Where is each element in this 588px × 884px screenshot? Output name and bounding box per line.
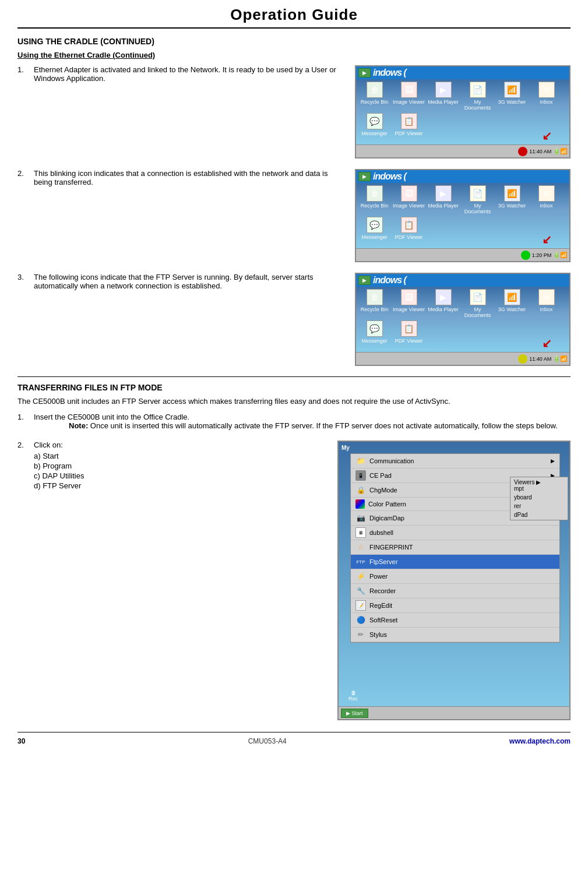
time-2: 1:20 PM (532, 252, 552, 258)
menu-start-btn[interactable]: ▶ Start (341, 709, 368, 718)
step3-text-col: 3. The following icons indicate that the… (17, 273, 343, 294)
icon-mydocs-2: 📄 My Documents (462, 185, 494, 214)
icon-recorder: 🔧 (355, 586, 366, 596)
menu-dubshell-label: dubshell (369, 529, 393, 536)
footer-page-num: 30 (17, 737, 25, 745)
icon-ftpserver: FTP (355, 557, 366, 567)
icon-recycle-3: 🗑 Recycle Bin (358, 289, 390, 318)
start-btn-1[interactable]: ▶ (358, 68, 371, 78)
status-dot-1 (518, 147, 527, 156)
ftp-step2-container: 2. Click on: a) Start b) Program c) DAP … (17, 441, 326, 491)
page: Operation Guide USING THE CRADLE (CONTIN… (0, 0, 588, 884)
sub-item-d: d) FTP Server (34, 481, 326, 490)
menu-recorder-label: Recorder (369, 587, 396, 594)
icon-mydocs-1: 📄 My Documents (462, 82, 494, 111)
icon-inbox-1: ✉ Inbox (530, 82, 562, 111)
step1-num: 1. (17, 65, 29, 83)
ftp-step1: 1. Insert the CE5000B unit into the Offi… (17, 413, 571, 435)
taskbar-1: ▶ indows ( (356, 66, 569, 79)
sub-item-b: b) Program (34, 462, 326, 470)
ftp-step1-content: Insert the CE5000B unit into the Office … (34, 413, 571, 435)
step2-text-col: 2. This blinking icon indicates that a c… (17, 169, 343, 190)
step3-content: The following icons indicate that the FT… (34, 273, 343, 290)
statusbar-2: 1:20 PM 🔋📶 (356, 248, 569, 261)
step2-body: This blinking icon indicates that a conn… (34, 169, 328, 186)
menu-fingerprint-label: FINGERPRINT (369, 544, 413, 551)
status-dot-2 (521, 251, 530, 260)
statusbar-3: 11:40 AM 🔋📶 (356, 352, 569, 365)
subsection-title: Using the Ethernet Cradle (Continued) (17, 51, 571, 59)
desktop-3: 🗑 Recycle Bin 🖼 Image Viewer ▶ Media Pla… (356, 287, 569, 352)
icon-messenger-3: 💬 Messenger (358, 321, 390, 350)
arrow-3: ↙ (542, 336, 552, 350)
step2-container: 2. This blinking icon indicates that a c… (17, 169, 343, 186)
menu-power-label: Power (369, 573, 388, 580)
step3-row: 3. The following icons indicate that the… (17, 273, 571, 366)
sub-item-a: a) Start (34, 452, 326, 460)
statusbar-1: 11:40 AM 🔋📶 (356, 145, 569, 157)
start-btn-3[interactable]: ▶ (358, 276, 371, 285)
ftp-step1-note: Note: Once unit is inserted this will au… (69, 421, 571, 430)
menu-power[interactable]: ⚡ Power (351, 569, 559, 584)
menu-softreset-label: SoftReset (369, 617, 397, 624)
sub-item-c: c) DAP Utilities (34, 471, 326, 480)
icon-pdf-2: 📋 PDF Viewer (393, 217, 425, 246)
arrow-2: ↙ (542, 233, 552, 246)
ftp-step1-text: Insert the CE5000B unit into the Office … (34, 413, 571, 421)
step1-row: 1. Ethernet Adapter is activated and lin… (17, 65, 571, 159)
icon-stylus: ✏ (355, 629, 366, 640)
submenu-hints: Viewers ▶ mpt yboard rer dPad (510, 477, 568, 520)
step1-body: Ethernet Adapter is activated and linked… (34, 65, 336, 83)
page-header: Operation Guide (17, 0, 571, 29)
menu-fingerprint[interactable]: ☆ FINGERPRINT (351, 540, 559, 555)
icon-3g-1: 📶 3G Watcher (496, 82, 528, 111)
icon-communication: 📁 (355, 456, 366, 466)
taskbar-title-3: indows ( (373, 275, 567, 286)
icon-image-2: 🖼 Image Viewer (393, 185, 425, 214)
time-3: 11:40 AM (529, 356, 551, 362)
icon-inbox-3: ✉ Inbox (530, 289, 562, 318)
hint-dpad: dPad (514, 512, 564, 518)
menu-stylus[interactable]: ✏ Stylus (351, 628, 559, 642)
step1-image: ▶ indows ( 🗑 Recycle Bin 🖼 Image Viewer … (355, 65, 571, 159)
taskbar-title-2: indows ( (373, 171, 567, 182)
desktop-2: 🗑 Recycle Bin 🖼 Image Viewer ▶ Media Pla… (356, 183, 569, 248)
icon-media-2: ▶ Media Player (427, 185, 459, 214)
menu-regedit[interactable]: 📝 RegEdit (351, 598, 559, 613)
menu-digicam-label: DigicamDap (369, 515, 404, 522)
menu-ce-pad-label: CE Pad (369, 472, 392, 479)
start-btn-2[interactable]: ▶ (358, 172, 371, 181)
wince-screen-2: ▶ indows ( 🗑 Recycle Bin 🖼 Image Viewer … (355, 169, 571, 262)
icon-media-1: ▶ Media Player (427, 82, 459, 111)
icon-mydocs-3: 📄 My Documents (462, 289, 494, 318)
ftp-sub-items: a) Start b) Program c) DAP Utilities d) … (34, 452, 326, 490)
menu-taskbar: ▶ Start (339, 706, 569, 719)
wince-screen-3: ▶ indows ( 🗑 Recycle Bin 🖼 Image Viewer … (355, 273, 571, 366)
step3-image: ▶ indows ( 🗑 Recycle Bin 🖼 Image Viewer … (355, 273, 571, 366)
menu-recorder[interactable]: 🔧 Recorder (351, 584, 559, 598)
menu-chgmode-label: ChgMode (369, 487, 397, 494)
section2-intro: The CE5000B unit includes an FTP Server … (17, 397, 571, 406)
icon-media-3: ▶ Media Player (427, 289, 459, 318)
icon-ce-pad: 📱 (355, 470, 366, 481)
menu-dubshell[interactable]: 🖥 dubshell (351, 526, 559, 540)
icon-messenger-2: 💬 Messenger (358, 217, 390, 246)
menu-screen: My 🗑Rec 📁 Communication 📱 CE Pad (337, 441, 571, 720)
menu-communication[interactable]: 📁 Communication (351, 454, 559, 469)
ftp-step2-text: Click on: (34, 441, 326, 449)
menu-softreset[interactable]: 🔵 SoftReset (351, 613, 559, 628)
desktop-1: 🗑 Recycle Bin 🖼 Image Viewer ▶ Media Pla… (356, 79, 569, 145)
hint-rer: rer (514, 503, 564, 509)
icon-messenger-1: 💬 Messenger (358, 113, 390, 142)
icon-inbox-2: ✉ Inbox (530, 185, 562, 214)
menu-regedit-label: RegEdit (369, 602, 392, 609)
taskbar-3: ▶ indows ( (356, 274, 569, 287)
footer-doc-code: CMU053-A4 (248, 737, 287, 745)
status-dot-3 (518, 354, 527, 364)
menu-ftpserver[interactable]: FTP FtpServer (351, 555, 559, 569)
icon-chgmode: 🔒 (355, 485, 366, 495)
step1-text-col: 1. Ethernet Adapter is activated and lin… (17, 65, 343, 86)
icon-softreset: 🔵 (355, 615, 366, 625)
section-divider (17, 376, 571, 377)
section2: TRANSFERRING FILES IN FTP MODE The CE500… (17, 383, 571, 720)
